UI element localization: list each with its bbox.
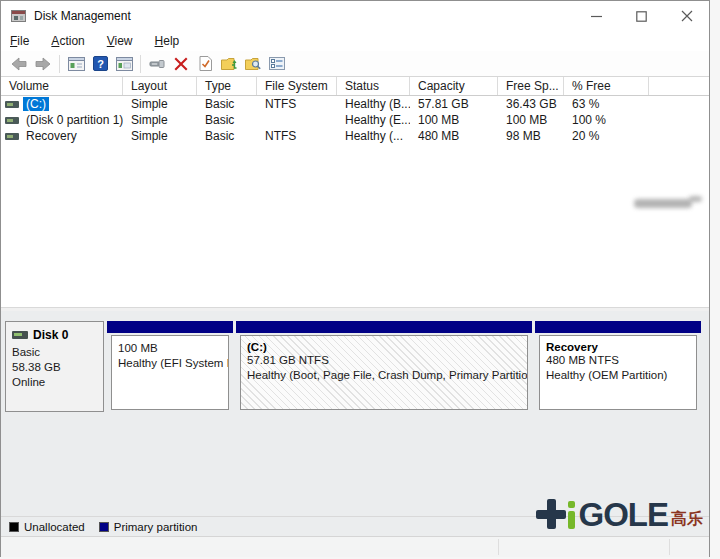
console-tree-icon (68, 57, 85, 71)
column-header-free-space[interactable]: Free Sp... (498, 77, 564, 95)
partition-color-bar (107, 321, 233, 333)
volume-row-c[interactable]: (C:) Simple Basic NTFS Healthy (B... 57.… (1, 96, 709, 112)
cell-capacity: 100 MB (410, 113, 498, 127)
partition-status: Healthy (EFI System Pa (118, 356, 222, 371)
delete-x-icon (174, 57, 188, 71)
menu-view[interactable]: View (107, 34, 133, 48)
menu-help[interactable]: Help (155, 34, 180, 48)
cell-type: Basic (197, 129, 257, 143)
partition-size: 100 MB (118, 341, 222, 356)
forward-button[interactable] (31, 53, 55, 75)
app-icon (11, 10, 26, 22)
cell-file-system: NTFS (257, 129, 337, 143)
column-header-file-system[interactable]: File System (257, 77, 337, 95)
menu-file[interactable]: File (10, 34, 29, 48)
cell-pct-free: 63 % (564, 97, 649, 111)
cell-free-space: 100 MB (498, 113, 564, 127)
column-header-extra (649, 77, 709, 95)
partition-color-bar (535, 321, 701, 333)
minimize-button[interactable] (574, 1, 619, 31)
redacted-smudge (634, 199, 692, 208)
partition-title: (C:) (247, 341, 521, 353)
folder-export-icon (221, 57, 237, 70)
toolbar-separator (140, 55, 141, 73)
check-document-icon (199, 56, 212, 71)
maximize-icon (636, 11, 647, 22)
volume-icon (5, 101, 19, 108)
console-tree-button[interactable] (64, 53, 88, 75)
volume-name: (Disk 0 partition 1) (23, 113, 123, 127)
delete-volume-button[interactable] (169, 53, 193, 75)
close-button[interactable] (664, 1, 709, 31)
cell-pct-free: 20 % (564, 129, 649, 143)
graphical-view-pane: Disk 0 Basic 58.38 GB Online 100 MB Heal… (1, 311, 709, 516)
cell-layout: Simple (123, 113, 197, 127)
partition-color-bar (236, 321, 532, 333)
menubar: File Action View Help (1, 31, 709, 51)
column-header-status[interactable]: Status (337, 77, 410, 95)
cell-layout: Simple (123, 129, 197, 143)
volume-table-header: Volume Layout Type File System Status Ca… (1, 77, 709, 96)
higole-logo: GOLE 高乐 (536, 493, 703, 533)
volume-row-partition1[interactable]: (Disk 0 partition 1) Simple Basic Health… (1, 112, 709, 128)
menu-action[interactable]: Action (51, 34, 84, 48)
disk0-header-panel[interactable]: Disk 0 Basic 58.38 GB Online (5, 321, 104, 412)
find-button[interactable] (241, 53, 265, 75)
minimize-icon (591, 11, 602, 22)
logo-h-glyph (536, 493, 568, 533)
cell-status: Healthy (E... (337, 113, 410, 127)
partition-recovery[interactable]: Recovery 480 MB NTFS Healthy (OEM Partit… (535, 321, 701, 412)
disk-icon (12, 331, 28, 339)
folder-search-icon (245, 57, 261, 70)
cell-pct-free: 100 % (564, 113, 649, 127)
cell-status: Healthy (... (337, 129, 410, 143)
check-document-button[interactable] (193, 53, 217, 75)
back-button[interactable] (7, 53, 31, 75)
column-header-type[interactable]: Type (197, 77, 257, 95)
properties-button[interactable] (265, 53, 289, 75)
column-header-capacity[interactable]: Capacity (410, 77, 498, 95)
logo-text: GOLE (578, 497, 668, 533)
column-header-pct-free[interactable]: % Free (564, 77, 649, 95)
disk-name: Disk 0 (33, 328, 68, 342)
partition-title: Recovery (546, 341, 690, 353)
column-header-layout[interactable]: Layout (123, 77, 197, 95)
partition-size: 57.81 GB NTFS (247, 353, 521, 368)
partition-size: 480 MB NTFS (546, 353, 690, 368)
logo-i-glyph (568, 493, 577, 533)
cell-status: Healthy (B... (337, 97, 410, 111)
partition-efi[interactable]: 100 MB Healthy (EFI System Pa (107, 321, 233, 412)
properties-icon (269, 57, 285, 70)
action-pane-button[interactable] (145, 53, 169, 75)
cell-type: Basic (197, 113, 257, 127)
legend-label-primary: Primary partition (114, 521, 198, 533)
action-pane-icon (149, 58, 165, 70)
cell-capacity: 480 MB (410, 129, 498, 143)
logo-cjk-text: 高乐 (671, 509, 703, 530)
forward-arrow-icon (35, 57, 51, 71)
help-icon: ? (93, 56, 108, 71)
export-button[interactable] (217, 53, 241, 75)
volume-name: Recovery (23, 129, 80, 143)
unallocated-swatch (9, 522, 19, 532)
partition-status: Healthy (Boot, Page File, Crash Dump, Pr… (247, 368, 521, 383)
status-bar (1, 536, 709, 557)
statusbar-separator (498, 539, 499, 555)
help-button[interactable]: ? (88, 53, 112, 75)
cell-type: Basic (197, 97, 257, 111)
disk-type: Basic (12, 345, 97, 360)
column-header-volume[interactable]: Volume (1, 77, 123, 95)
console-window-button[interactable] (112, 53, 136, 75)
primary-partition-swatch (99, 522, 109, 532)
volume-list-pane: Volume Layout Type File System Status Ca… (1, 77, 709, 307)
partition-status: Healthy (OEM Partition) (546, 368, 690, 383)
cell-capacity: 57.81 GB (410, 97, 498, 111)
window-title: Disk Management (34, 9, 131, 23)
partition-c[interactable]: (C:) 57.81 GB NTFS Healthy (Boot, Page F… (236, 321, 532, 412)
maximize-button[interactable] (619, 1, 664, 31)
disk-management-window: Disk Management File Action View Help (0, 0, 710, 557)
statusbar-separator (669, 539, 670, 555)
cell-free-space: 98 MB (498, 129, 564, 143)
back-arrow-icon (11, 57, 27, 71)
volume-row-recovery[interactable]: Recovery Simple Basic NTFS Healthy (... … (1, 128, 709, 144)
